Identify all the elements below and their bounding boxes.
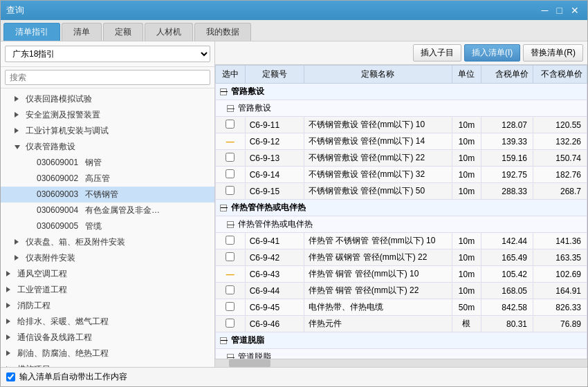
tab-rencaiji[interactable]: 人材机 <box>145 23 193 41</box>
row-name: 伴热元件 <box>304 316 452 332</box>
table-row: C6-9-45 电伴热带、伴热电缆 50m 842.58 826.33 <box>216 299 587 316</box>
group-row-2: — 管道脱脂 <box>216 332 587 349</box>
maximize-button[interactable]: □ <box>554 5 565 16</box>
tree-item-1[interactable]: 安全监测及报警装置 <box>1 107 214 123</box>
tab-qingdan[interactable]: 清单 <box>62 23 102 41</box>
group-label-0: — 管路敷设 <box>216 84 587 100</box>
collapse-subgroup-2-0[interactable]: — <box>227 354 234 359</box>
search-box <box>1 67 214 88</box>
auto-work-content-checkbox[interactable] <box>6 372 15 381</box>
collapse-group-1[interactable]: — <box>220 205 227 211</box>
group-row-0: — 管路敷设 <box>216 84 587 100</box>
row-price-notax: 141.36 <box>533 233 587 249</box>
tree-item-14[interactable]: 给排水、采暖、燃气工程 <box>1 314 214 330</box>
row-name: 伴热管 碳钢管 管径(mm以下) 22 <box>304 249 452 266</box>
tree-item-7[interactable]: 030609004 有色金属管及非金… <box>1 202 214 218</box>
insert-list-button[interactable]: 插入清单(I) <box>464 44 520 62</box>
collapse-subgroup-1-0[interactable]: — <box>227 221 234 228</box>
tree-label-2: 工业计算机安装与调试 <box>26 125 109 137</box>
row-code: C6-9-41 <box>245 233 304 249</box>
tree-item-2[interactable]: 工业计算机安装与调试 <box>1 123 214 139</box>
tab-dinge[interactable]: 定额 <box>103 23 143 41</box>
table-row: — C6-9-12 不锈钢管敷设 管径(mm以下) 14 10m 139.33 … <box>216 133 587 150</box>
tree-label-7: 030609004 有色金属管及非金… <box>37 205 160 216</box>
tree-item-4[interactable]: 030609001 钢管 <box>1 155 214 171</box>
tree-item-13[interactable]: 消防工程 <box>1 298 214 314</box>
tree-label-16: 刷油、防腐油、绝热工程 <box>17 348 109 359</box>
tree-arrow-2 <box>15 127 23 135</box>
collapse-subgroup-0-0[interactable]: — <box>227 105 234 112</box>
tree-arrow-11 <box>6 270 15 278</box>
tree-item-8[interactable]: 030609005 管缆 <box>1 218 214 234</box>
tree-item-3[interactable]: 仪表管路敷设 <box>1 139 214 155</box>
row-price-notax: 163.35 <box>533 249 587 266</box>
row-unit: 10m <box>452 183 481 200</box>
row-checkbox[interactable] <box>226 120 235 129</box>
tree-item-17[interactable]: 措施项目 <box>1 361 214 367</box>
row-checkbox[interactable] <box>226 319 235 328</box>
tree-item-10[interactable]: 仪表附件安装 <box>1 250 214 266</box>
tab-mydata[interactable]: 我的数据 <box>194 23 251 41</box>
row-price-notax: 76.89 <box>533 316 587 332</box>
row-name: 伴热管 不锈钢管 管径(mm以下) 10 <box>304 233 452 249</box>
row-name: 不锈钢管敷设 管径(mm以下) 14 <box>304 133 452 150</box>
row-checkbox[interactable] <box>226 186 235 195</box>
row-checkbox-cell[interactable] <box>216 117 246 133</box>
row-name: 不锈钢管敷设 管径(mm以下) 22 <box>304 150 452 167</box>
replace-list-button[interactable]: 替换清单(R) <box>523 44 583 62</box>
row-unit: 10m <box>452 266 481 283</box>
row-checkbox[interactable] <box>226 252 235 261</box>
row-price-tax: 288.33 <box>481 183 533 200</box>
search-input[interactable] <box>5 70 210 85</box>
tree-item-16[interactable]: 刷油、防腐油、绝热工程 <box>1 346 214 361</box>
tree-item-6[interactable]: 030609003 不锈钢管 <box>1 187 214 202</box>
horizontal-scrollbar[interactable] <box>215 359 587 367</box>
tab-qingdan-zhiyin[interactable]: 清单指引 <box>3 23 60 41</box>
row-checkbox[interactable] <box>226 236 235 245</box>
tree-label-13: 消防工程 <box>17 300 50 312</box>
close-button[interactable]: ✕ <box>568 5 582 16</box>
tree-item-12[interactable]: 工业管道工程 <box>1 282 214 298</box>
tree-item-11[interactable]: 通风空调工程 <box>1 266 214 282</box>
tree-label-8: 030609005 管缆 <box>37 220 102 232</box>
table-row: C6-9-11 不锈钢管敷设 管径(mm以下) 10 10m 128.07 12… <box>216 117 587 133</box>
collapse-group-0[interactable]: — <box>220 88 227 95</box>
tree-item-5[interactable]: 030609002 高压管 <box>1 171 214 187</box>
row-checkbox[interactable] <box>226 169 235 178</box>
row-dash-cell: — <box>216 266 246 283</box>
row-dash-cell: — <box>216 133 246 150</box>
tree-item-9[interactable]: 仪表盘、箱、柜及附件安装 <box>1 234 214 250</box>
row-checkbox[interactable] <box>226 285 235 294</box>
collapse-group-2[interactable]: — <box>220 337 227 344</box>
row-checkbox[interactable] <box>226 302 235 311</box>
row-checkbox-cell[interactable] <box>216 249 246 266</box>
scrollbar-thumb[interactable] <box>229 359 270 367</box>
row-checkbox-cell[interactable] <box>216 283 246 299</box>
row-checkbox-cell[interactable] <box>216 167 246 183</box>
main-window: 查询 ─ □ ✕ 清单指引 清单 定额 人材机 我的数据 广东18指引 <box>0 0 588 387</box>
tree-item-15[interactable]: 通信设备及线路工程 <box>1 330 214 346</box>
sub-group-label-0-0: — 管路敷设 <box>216 100 587 117</box>
table-row: — C6-9-43 伴热管 铜管 管径(mm以下) 10 10m 105.42 … <box>216 266 587 283</box>
row-checkbox-cell[interactable] <box>216 316 246 332</box>
row-checkbox-cell[interactable] <box>216 299 246 316</box>
row-price-notax: 268.7 <box>533 183 587 200</box>
tree-label-1: 安全监测及报警装置 <box>26 109 100 121</box>
tree-arrow-13 <box>6 302 15 310</box>
tree-label-9: 仪表盘、箱、柜及附件安装 <box>26 236 125 248</box>
row-checkbox-cell[interactable] <box>216 183 246 200</box>
tree-arrow-1 <box>15 111 23 119</box>
minimize-button[interactable]: ─ <box>539 5 551 16</box>
table-row: C6-9-15 不锈钢管敷设 管径(mm以下) 50 10m 288.33 26… <box>216 183 587 200</box>
row-checkbox-cell[interactable] <box>216 233 246 249</box>
region-dropdown[interactable]: 广东18指引 <box>5 46 210 62</box>
table-row: C6-9-14 不锈钢管敷设 管径(mm以下) 32 10m 192.75 18… <box>216 167 587 183</box>
row-checkbox-cell[interactable] <box>216 150 246 167</box>
tree-item-0[interactable]: 仪表回路模拟试验 <box>1 91 214 107</box>
row-checkbox[interactable] <box>226 153 235 162</box>
row-unit: 10m <box>452 167 481 183</box>
insert-child-button[interactable]: 插入子目 <box>413 44 461 62</box>
tree-label-11: 通风空调工程 <box>17 268 67 280</box>
sub-group-row-1-0: — 伴热管伴热或电伴热 <box>216 216 587 233</box>
tree-label-0: 仪表回路模拟试验 <box>26 93 92 105</box>
